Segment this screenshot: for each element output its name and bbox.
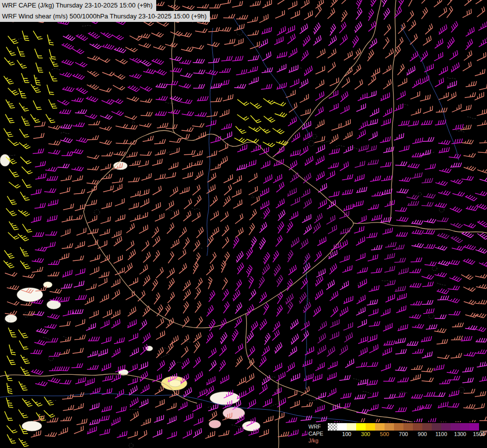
wind-barb (381, 24, 392, 35)
wind-barb (382, 227, 393, 234)
wind-barb (72, 348, 84, 353)
wind-barb (439, 167, 451, 173)
wind-barb (216, 360, 226, 371)
wind-barb (368, 285, 380, 292)
wind-barb (338, 161, 350, 171)
wind-barb (20, 258, 30, 270)
wind-barb (73, 281, 85, 287)
wind-barb (275, 372, 287, 381)
wind-barb (328, 148, 340, 154)
wind-barb (248, 237, 257, 249)
district-outline (308, 400, 317, 401)
wind-barb (437, 296, 449, 300)
wind-barb (284, 362, 296, 372)
wind-barb (31, 368, 43, 375)
wind-barb (341, 265, 354, 273)
wind-barb (298, 239, 309, 249)
wind-barb (435, 179, 448, 186)
wind-barb (313, 405, 326, 412)
wind-barb (396, 188, 408, 193)
wind-barb (397, 268, 409, 275)
wind-barb (448, 259, 460, 265)
wind-barb (151, 29, 163, 38)
wind-barb (168, 109, 180, 114)
wind-barb (58, 253, 70, 260)
wind-barb (150, 250, 161, 262)
wind-barb (181, 162, 194, 170)
wind-barb (113, 337, 125, 344)
wind-barb (49, 98, 57, 110)
wind-barb (366, 299, 378, 305)
wind-barb (88, 310, 100, 318)
wind-barb (165, 278, 176, 290)
wind-barb (163, 201, 175, 211)
wind-barb (73, 189, 85, 194)
wind-barb (229, 330, 239, 341)
wind-barb (125, 112, 137, 120)
wind-barb (74, 268, 87, 275)
wind-barb (260, 303, 270, 315)
wind-barb (98, 228, 110, 235)
legend-color-scale: 100300500700900110013001500 (328, 423, 479, 438)
wind-barb (350, 36, 360, 48)
wind-barb (44, 242, 56, 248)
wind-barb (206, 411, 218, 421)
wind-barb (61, 216, 73, 222)
wind-barb (464, 389, 476, 393)
wind-barb (275, 398, 287, 407)
wind-barb (72, 165, 84, 171)
wind-barb (475, 272, 487, 279)
wind-barb (58, 366, 69, 371)
wind-barb (182, 413, 194, 422)
wind-barb (125, 307, 137, 317)
wind-barb (371, 245, 383, 250)
wind-barb (433, 78, 445, 87)
legend-swatch (451, 423, 460, 431)
wind-barb (32, 257, 44, 262)
wind-barb (113, 82, 125, 91)
wind-barb (102, 42, 114, 49)
wind-barb (316, 183, 328, 192)
wind-barb (209, 136, 221, 143)
wind-barb (462, 0, 474, 5)
wind-barb (422, 282, 434, 287)
wind-barb (164, 268, 176, 278)
wind-barb (233, 214, 244, 224)
wind-barb (137, 160, 149, 167)
wind-barb (462, 138, 474, 144)
wind-barb (59, 379, 71, 384)
wind-barb (463, 257, 476, 265)
wind-barb (406, 193, 418, 200)
wind-barb (192, 122, 204, 127)
wind-barb (395, 366, 407, 371)
wind-barb (7, 423, 17, 434)
wind-barb (18, 328, 28, 339)
wind-barb (285, 34, 296, 44)
wind-barb (311, 35, 322, 45)
wind-barb (451, 234, 463, 243)
wind-barb (463, 39, 474, 50)
wind-barb (190, 262, 199, 274)
wind-barb (57, 427, 69, 435)
cape-patch (43, 282, 52, 288)
wind-barb (207, 252, 217, 264)
wind-barb (270, 322, 282, 332)
wind-barb (297, 79, 309, 88)
wind-barb (208, 58, 220, 63)
wind-barb (479, 259, 487, 268)
wind-barb (112, 31, 124, 41)
wind-barb (381, 79, 393, 89)
wind-barb (314, 362, 326, 371)
wind-barb (192, 288, 201, 299)
wind-barb (315, 236, 327, 245)
wind-barb (100, 406, 112, 412)
wind-barb (316, 321, 328, 331)
wind-barb (449, 62, 461, 72)
wind-barb (271, 387, 283, 395)
wind-barb (257, 237, 266, 249)
wind-barb (46, 112, 55, 124)
wind-barb (99, 164, 111, 170)
wind-barb (75, 109, 87, 113)
wind-barb (218, 80, 230, 86)
wind-barb (36, 61, 43, 74)
